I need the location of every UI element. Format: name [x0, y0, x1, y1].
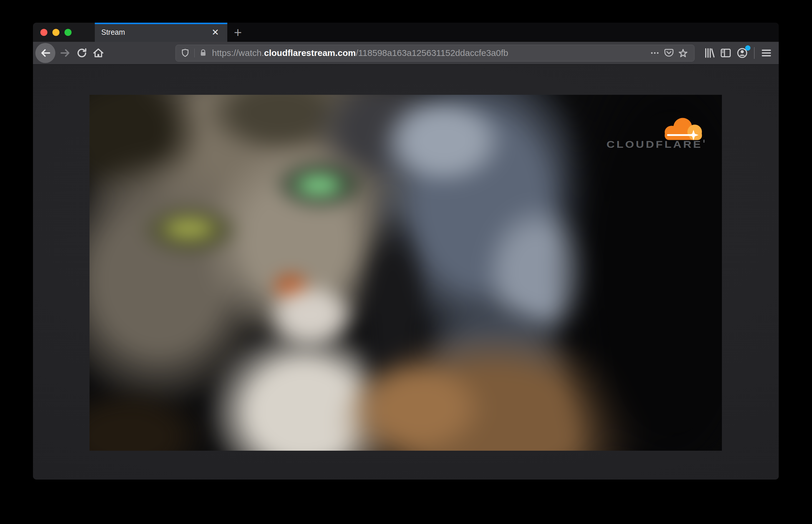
video-player[interactable]: CLOUDFLARE	[90, 95, 722, 451]
url-domain: cloudflarestream.com	[264, 48, 356, 58]
cloud-flare-line	[667, 134, 692, 136]
traffic-light-close[interactable]	[40, 29, 47, 36]
urlbar-separator	[194, 49, 195, 58]
tab-close-icon[interactable]: ✕	[210, 26, 221, 38]
tab-bar-spacer	[248, 23, 779, 42]
traffic-light-zoom[interactable]	[64, 29, 71, 36]
address-bar[interactable]: https://watch.cloudflarestream.com/11859…	[176, 45, 695, 62]
cloudflare-logo: CLOUDFLARE	[606, 110, 705, 151]
reload-button[interactable]	[74, 45, 90, 61]
arrow-right-icon	[59, 46, 72, 60]
arrow-left-icon	[38, 46, 52, 60]
desktop-background: { "window": { "traffic_lights": [ {"name…	[0, 0, 812, 524]
browser-window: Stream ✕ + https://watch.cloudflarest	[33, 23, 779, 479]
new-tab-button[interactable]: +	[227, 23, 248, 42]
sidebar-toggle-button[interactable]	[717, 45, 734, 61]
url-path: /118598a163a125631152ddaccfe3a0fb	[356, 48, 508, 58]
tracking-protection-shield-icon[interactable]	[180, 48, 191, 58]
account-notification-dot	[745, 45, 750, 51]
bookmark-star-button[interactable]	[676, 46, 690, 60]
ellipsis-icon	[649, 47, 661, 59]
cloudflare-cloud-icon	[665, 118, 702, 140]
back-button[interactable]	[35, 43, 55, 63]
tab-stream[interactable]: Stream ✕	[95, 23, 227, 42]
page-content: CLOUDFLARE	[33, 65, 779, 479]
tab-bar: Stream ✕ +	[33, 23, 779, 42]
tab-title: Stream	[101, 28, 125, 36]
sidebar-icon	[719, 47, 732, 60]
reload-icon	[75, 47, 88, 60]
library-button[interactable]	[701, 45, 717, 61]
save-to-pocket-button[interactable]	[662, 46, 676, 60]
page-actions-button[interactable]	[648, 46, 662, 60]
hamburger-menu-icon	[760, 47, 773, 60]
traffic-light-minimize[interactable]	[52, 29, 60, 36]
url-text[interactable]: https://watch.cloudflarestream.com/11859…	[212, 48, 648, 58]
star-icon	[677, 47, 689, 59]
lock-icon[interactable]	[198, 48, 208, 58]
url-prefix: https://watch.	[212, 48, 264, 58]
trademark-tick	[703, 140, 704, 143]
home-button[interactable]	[90, 45, 107, 61]
toolbar-separator	[754, 47, 754, 59]
navigation-toolbar: https://watch.cloudflarestream.com/11859…	[33, 42, 779, 65]
library-icon	[703, 47, 716, 60]
pocket-icon	[663, 47, 675, 59]
account-button[interactable]	[734, 45, 750, 61]
forward-button[interactable]	[57, 45, 74, 61]
menu-button[interactable]	[758, 45, 775, 61]
cloudflare-wordmark: CLOUDFLARE	[606, 139, 702, 150]
traffic-lights	[33, 23, 95, 42]
home-icon	[92, 47, 105, 60]
